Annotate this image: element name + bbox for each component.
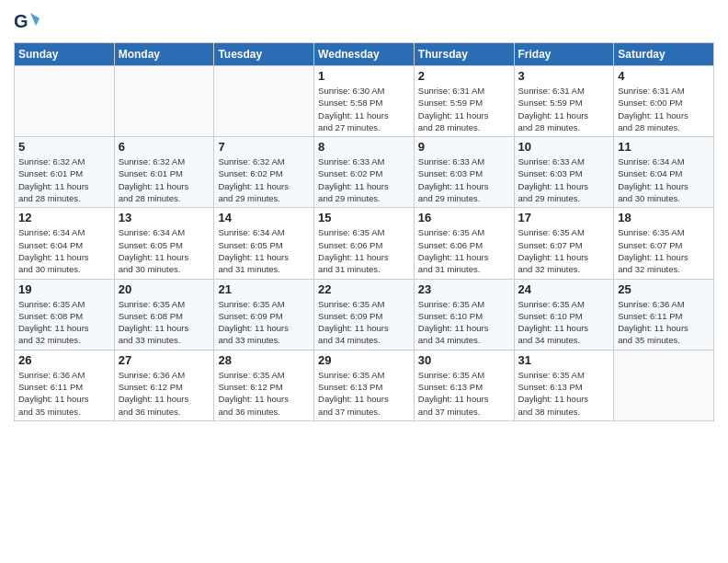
- calendar-cell: 23Sunrise: 6:35 AM Sunset: 6:10 PM Dayli…: [414, 279, 514, 350]
- day-number: 12: [18, 211, 110, 224]
- calendar-cell: 20Sunrise: 6:35 AM Sunset: 6:08 PM Dayli…: [114, 279, 214, 350]
- calendar-body: 1Sunrise: 6:30 AM Sunset: 5:58 PM Daylig…: [15, 66, 714, 421]
- svg-marker-1: [30, 13, 40, 26]
- day-of-week-thursday: Thursday: [414, 43, 514, 66]
- calendar-cell: 21Sunrise: 6:35 AM Sunset: 6:09 PM Dayli…: [214, 279, 314, 350]
- day-info: Sunrise: 6:31 AM Sunset: 6:00 PM Dayligh…: [618, 85, 710, 133]
- calendar-cell: 25Sunrise: 6:36 AM Sunset: 6:11 PM Dayli…: [614, 279, 714, 350]
- day-info: Sunrise: 6:35 AM Sunset: 6:13 PM Dayligh…: [318, 369, 410, 418]
- day-number: 23: [418, 282, 510, 296]
- day-number: 28: [218, 353, 310, 367]
- page: G SundayMondayTuesdayWednesdayThursdayFr…: [0, 0, 728, 563]
- day-info: Sunrise: 6:32 AM Sunset: 6:01 PM Dayligh…: [119, 155, 210, 204]
- day-number: 24: [518, 282, 610, 296]
- day-number: 19: [18, 282, 110, 296]
- day-info: Sunrise: 6:36 AM Sunset: 6:11 PM Dayligh…: [618, 298, 710, 347]
- calendar-week-0: 1Sunrise: 6:30 AM Sunset: 5:58 PM Daylig…: [15, 66, 714, 137]
- calendar-table: SundayMondayTuesdayWednesdayThursdayFrid…: [14, 42, 714, 421]
- day-number: 17: [518, 211, 610, 224]
- day-number: 16: [418, 211, 510, 224]
- day-number: 27: [119, 353, 210, 367]
- calendar-cell: 5Sunrise: 6:32 AM Sunset: 6:01 PM Daylig…: [15, 137, 115, 208]
- calendar-cell: 3Sunrise: 6:31 AM Sunset: 5:59 PM Daylig…: [514, 66, 614, 137]
- day-info: Sunrise: 6:35 AM Sunset: 6:06 PM Dayligh…: [418, 226, 510, 275]
- calendar-week-3: 19Sunrise: 6:35 AM Sunset: 6:08 PM Dayli…: [15, 279, 714, 350]
- calendar-cell: 11Sunrise: 6:34 AM Sunset: 6:04 PM Dayli…: [614, 137, 714, 208]
- header: G: [14, 9, 714, 35]
- day-of-week-saturday: Saturday: [614, 43, 714, 66]
- day-number: 7: [218, 140, 310, 154]
- day-info: Sunrise: 6:31 AM Sunset: 5:59 PM Dayligh…: [518, 85, 610, 133]
- calendar-cell: 16Sunrise: 6:35 AM Sunset: 6:06 PM Dayli…: [414, 208, 514, 279]
- day-number: 25: [618, 282, 710, 296]
- calendar-cell: [15, 66, 115, 137]
- calendar-cell: 1Sunrise: 6:30 AM Sunset: 5:58 PM Daylig…: [314, 66, 415, 137]
- day-info: Sunrise: 6:32 AM Sunset: 6:01 PM Dayligh…: [18, 155, 110, 204]
- day-number: 30: [418, 353, 510, 367]
- day-info: Sunrise: 6:33 AM Sunset: 6:03 PM Dayligh…: [418, 155, 510, 204]
- day-info: Sunrise: 6:31 AM Sunset: 5:59 PM Dayligh…: [418, 85, 510, 133]
- day-number: 20: [119, 282, 210, 296]
- day-of-week-wednesday: Wednesday: [314, 43, 415, 66]
- day-info: Sunrise: 6:35 AM Sunset: 6:13 PM Dayligh…: [518, 369, 610, 418]
- calendar-cell: 27Sunrise: 6:36 AM Sunset: 6:12 PM Dayli…: [114, 350, 214, 420]
- day-number: 8: [318, 140, 410, 154]
- calendar-cell: 10Sunrise: 6:33 AM Sunset: 6:03 PM Dayli…: [514, 137, 614, 208]
- day-number: 9: [418, 140, 510, 154]
- svg-text:G: G: [14, 11, 28, 31]
- day-info: Sunrise: 6:34 AM Sunset: 6:04 PM Dayligh…: [18, 226, 110, 275]
- day-number: 5: [18, 140, 110, 154]
- day-of-week-sunday: Sunday: [15, 43, 115, 66]
- calendar-cell: 4Sunrise: 6:31 AM Sunset: 6:00 PM Daylig…: [614, 66, 714, 137]
- calendar-week-4: 26Sunrise: 6:36 AM Sunset: 6:11 PM Dayli…: [15, 350, 714, 420]
- day-info: Sunrise: 6:34 AM Sunset: 6:05 PM Dayligh…: [119, 226, 210, 275]
- day-info: Sunrise: 6:36 AM Sunset: 6:12 PM Dayligh…: [119, 369, 210, 418]
- calendar-cell: 19Sunrise: 6:35 AM Sunset: 6:08 PM Dayli…: [15, 279, 115, 350]
- day-info: Sunrise: 6:35 AM Sunset: 6:08 PM Dayligh…: [18, 298, 110, 347]
- day-number: 14: [218, 211, 310, 224]
- calendar-week-2: 12Sunrise: 6:34 AM Sunset: 6:04 PM Dayli…: [15, 208, 714, 279]
- calendar-cell: 13Sunrise: 6:34 AM Sunset: 6:05 PM Dayli…: [114, 208, 214, 279]
- calendar-cell: [614, 350, 714, 420]
- day-number: 4: [618, 69, 710, 83]
- day-number: 2: [418, 69, 510, 83]
- logo: G: [14, 9, 41, 35]
- day-info: Sunrise: 6:35 AM Sunset: 6:08 PM Dayligh…: [119, 298, 210, 347]
- calendar-header: SundayMondayTuesdayWednesdayThursdayFrid…: [15, 43, 714, 66]
- calendar-cell: 26Sunrise: 6:36 AM Sunset: 6:11 PM Dayli…: [15, 350, 115, 420]
- calendar-cell: [214, 66, 314, 137]
- day-info: Sunrise: 6:35 AM Sunset: 6:07 PM Dayligh…: [518, 226, 610, 275]
- logo-icon: G: [14, 9, 40, 35]
- day-info: Sunrise: 6:36 AM Sunset: 6:11 PM Dayligh…: [18, 369, 110, 418]
- calendar-cell: 24Sunrise: 6:35 AM Sunset: 6:10 PM Dayli…: [514, 279, 614, 350]
- day-of-week-monday: Monday: [114, 43, 214, 66]
- day-info: Sunrise: 6:34 AM Sunset: 6:04 PM Dayligh…: [618, 155, 710, 204]
- day-number: 31: [518, 353, 610, 367]
- day-info: Sunrise: 6:35 AM Sunset: 6:13 PM Dayligh…: [418, 369, 510, 418]
- calendar-cell: 12Sunrise: 6:34 AM Sunset: 6:04 PM Dayli…: [15, 208, 115, 279]
- day-number: 6: [119, 140, 210, 154]
- day-info: Sunrise: 6:32 AM Sunset: 6:02 PM Dayligh…: [218, 155, 310, 204]
- calendar-cell: [114, 66, 214, 137]
- day-number: 3: [518, 69, 610, 83]
- day-info: Sunrise: 6:35 AM Sunset: 6:10 PM Dayligh…: [518, 298, 610, 347]
- calendar-week-1: 5Sunrise: 6:32 AM Sunset: 6:01 PM Daylig…: [15, 137, 714, 208]
- day-info: Sunrise: 6:35 AM Sunset: 6:07 PM Dayligh…: [618, 226, 710, 275]
- calendar-cell: 29Sunrise: 6:35 AM Sunset: 6:13 PM Dayli…: [314, 350, 415, 420]
- day-info: Sunrise: 6:35 AM Sunset: 6:10 PM Dayligh…: [418, 298, 510, 347]
- calendar-cell: 14Sunrise: 6:34 AM Sunset: 6:05 PM Dayli…: [214, 208, 314, 279]
- day-info: Sunrise: 6:35 AM Sunset: 6:09 PM Dayligh…: [218, 298, 310, 347]
- calendar-cell: 28Sunrise: 6:35 AM Sunset: 6:12 PM Dayli…: [214, 350, 314, 420]
- calendar-cell: 17Sunrise: 6:35 AM Sunset: 6:07 PM Dayli…: [514, 208, 614, 279]
- calendar-cell: 30Sunrise: 6:35 AM Sunset: 6:13 PM Dayli…: [414, 350, 514, 420]
- day-info: Sunrise: 6:35 AM Sunset: 6:12 PM Dayligh…: [218, 369, 310, 418]
- calendar-cell: 22Sunrise: 6:35 AM Sunset: 6:09 PM Dayli…: [314, 279, 415, 350]
- calendar-cell: 31Sunrise: 6:35 AM Sunset: 6:13 PM Dayli…: [514, 350, 614, 420]
- day-of-week-tuesday: Tuesday: [214, 43, 314, 66]
- day-number: 13: [119, 211, 210, 224]
- day-number: 29: [318, 353, 410, 367]
- day-number: 26: [18, 353, 110, 367]
- day-number: 10: [518, 140, 610, 154]
- day-number: 15: [318, 211, 410, 224]
- day-info: Sunrise: 6:30 AM Sunset: 5:58 PM Dayligh…: [318, 85, 410, 133]
